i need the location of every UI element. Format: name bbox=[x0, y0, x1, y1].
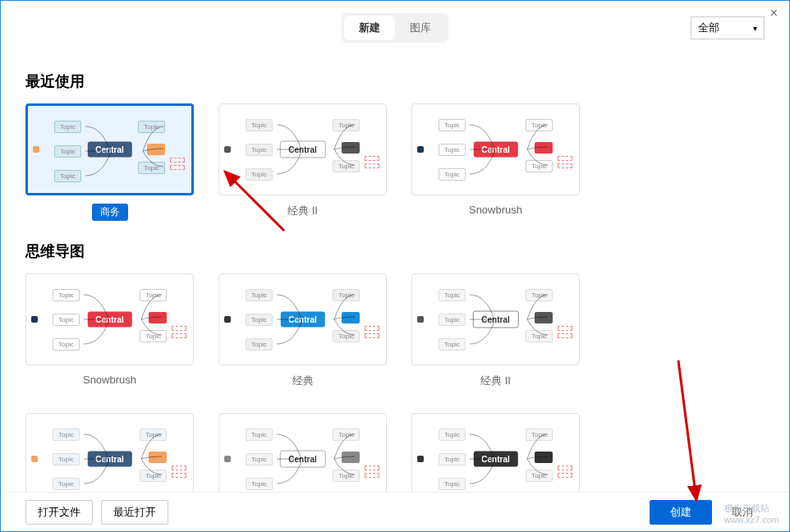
template-item: Topic Topic Topic Central Topic Topic 经典… bbox=[411, 273, 580, 388]
template-label: Snowbrush bbox=[83, 374, 136, 386]
tab-gallery[interactable]: 图库 bbox=[395, 16, 446, 40]
template-thumbnail[interactable]: Topic Topic Topic Central Topic Topic bbox=[218, 413, 387, 493]
titlebar bbox=[1, 1, 789, 7]
section-title-mindmap: 思维导图 bbox=[25, 241, 765, 261]
template-item: Topic Topic Topic Central Topic Topic Sn… bbox=[411, 103, 580, 221]
template-thumbnail[interactable]: Topic Topic Topic Central Topic Topic bbox=[25, 413, 194, 493]
template-thumbnail[interactable]: Topic Topic Topic Central Topic Topic bbox=[218, 103, 387, 195]
filter-label: 全部 bbox=[698, 21, 719, 35]
content-scroll[interactable]: 最近使用 Topic Topic Topic Central Topic Top… bbox=[1, 48, 789, 493]
template-item: Topic Topic Topic Central Topic Topic bbox=[411, 413, 580, 493]
section-title-recent: 最近使用 bbox=[25, 71, 765, 91]
template-thumbnail[interactable]: Topic Topic Topic Central Topic Topic bbox=[411, 273, 580, 365]
template-item: Topic Topic Topic Central Topic Topic 商务 bbox=[25, 103, 194, 221]
recent-open-button[interactable]: 最近打开 bbox=[101, 500, 168, 525]
cancel-button[interactable]: 取消 bbox=[720, 501, 765, 524]
template-thumbnail[interactable]: Topic Topic Topic Central Topic Topic bbox=[411, 103, 580, 195]
template-thumbnail[interactable]: Topic Topic Topic Central Topic Topic bbox=[25, 103, 194, 195]
header: 新建 图库 全部 ▾ bbox=[1, 7, 789, 48]
grid-mindmap: Topic Topic Topic Central Topic Topic Sn… bbox=[25, 273, 765, 493]
chevron-down-icon: ▾ bbox=[753, 24, 757, 33]
template-label: 经典 II bbox=[287, 204, 318, 218]
template-label: 经典 bbox=[292, 374, 314, 388]
template-thumbnail[interactable]: Topic Topic Topic Central Topic Topic bbox=[218, 273, 387, 365]
template-item: Topic Topic Topic Central Topic Topic 经典 bbox=[218, 273, 387, 388]
footer: 打开文件 最近打开 创建 取消 bbox=[1, 492, 789, 531]
template-item: Topic Topic Topic Central Topic Topic 经典… bbox=[218, 103, 387, 221]
template-label: 商务 bbox=[92, 204, 128, 221]
filter-dropdown[interactable]: 全部 ▾ bbox=[691, 16, 765, 39]
create-button[interactable]: 创建 bbox=[650, 500, 712, 525]
grid-recent: Topic Topic Topic Central Topic Topic 商务… bbox=[25, 103, 765, 221]
open-file-button[interactable]: 打开文件 bbox=[25, 500, 93, 525]
header-tabs: 新建 图库 bbox=[342, 13, 448, 43]
template-item: Topic Topic Topic Central Topic Topic 商务 bbox=[25, 413, 194, 493]
template-item: Topic Topic Topic Central Topic Topic Sn… bbox=[25, 273, 194, 388]
template-label: 经典 II bbox=[480, 374, 511, 388]
template-thumbnail[interactable]: Topic Topic Topic Central Topic Topic bbox=[411, 413, 580, 493]
tab-new[interactable]: 新建 bbox=[344, 16, 395, 40]
template-label: Snowbrush bbox=[469, 204, 522, 216]
template-item: Topic Topic Topic Central Topic Topic bbox=[218, 413, 387, 493]
template-thumbnail[interactable]: Topic Topic Topic Central Topic Topic bbox=[25, 273, 194, 365]
